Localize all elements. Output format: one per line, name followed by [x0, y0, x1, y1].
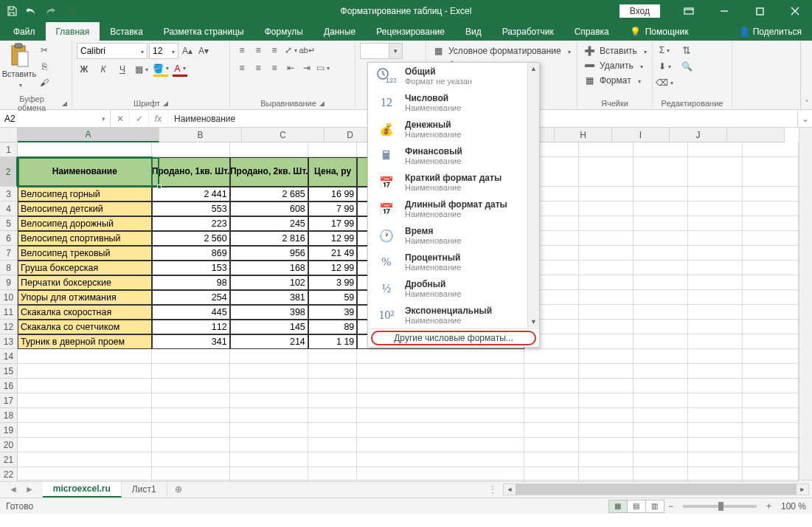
cell[interactable]: 153 [152, 261, 230, 275]
fx-icon[interactable]: fx [149, 110, 168, 127]
name-box[interactable]: A2▾ [0, 110, 111, 127]
cell[interactable] [308, 349, 357, 364]
cell[interactable] [308, 438, 357, 452]
tab-insert[interactable]: Вставка [100, 22, 153, 41]
cell[interactable] [579, 423, 634, 438]
number-format-option[interactable]: ½ДробныйНаименование [368, 275, 539, 302]
cell[interactable] [230, 379, 308, 393]
cell[interactable] [308, 423, 357, 438]
cell[interactable] [688, 408, 743, 423]
undo-icon[interactable] [25, 4, 37, 18]
cell[interactable] [688, 305, 743, 320]
cell[interactable] [18, 423, 152, 438]
tab-home[interactable]: Главная [46, 22, 100, 41]
cell[interactable] [634, 320, 688, 334]
cell[interactable] [18, 452, 152, 467]
cell[interactable]: 17 99 [308, 216, 358, 231]
cell[interactable]: 608 [230, 202, 308, 216]
cell[interactable] [357, 423, 524, 438]
cell[interactable] [634, 142, 688, 157]
row-header[interactable]: 9 [0, 275, 18, 290]
cell[interactable] [743, 142, 799, 157]
cell[interactable]: Велосипед спортивный [18, 231, 152, 246]
cell[interactable] [579, 334, 634, 349]
tab-formulas[interactable]: Формулы [254, 22, 313, 41]
cell[interactable] [688, 467, 743, 482]
row-header[interactable]: 1 [0, 142, 18, 157]
cut-icon[interactable]: ✂ [37, 43, 52, 58]
underline-button[interactable]: Ч [115, 62, 130, 77]
minimize-icon[interactable] [707, 0, 741, 22]
cell[interactable]: 59 [308, 290, 358, 305]
cell[interactable] [230, 393, 308, 408]
cell[interactable] [579, 349, 634, 364]
cell[interactable] [308, 142, 357, 157]
tab-nav-next-icon[interactable]: ► [25, 484, 34, 495]
tab-page-layout[interactable]: Разметка страницы [153, 22, 254, 41]
cell[interactable] [743, 408, 799, 423]
cell[interactable] [357, 438, 524, 452]
cell[interactable]: Велосипед дорожный [18, 216, 152, 231]
cell[interactable]: 21 49 [308, 246, 358, 261]
number-format-option[interactable]: 12ЧисловойНаименование [368, 89, 539, 116]
cell[interactable] [688, 261, 743, 275]
horizontal-scrollbar[interactable]: ◄► [503, 483, 809, 495]
cell[interactable] [579, 305, 634, 320]
cell[interactable] [357, 379, 524, 393]
border-icon[interactable]: ▦ [134, 62, 149, 77]
format-cells-button[interactable]: ▦Формат [582, 74, 642, 87]
cell[interactable] [634, 157, 688, 187]
cell[interactable]: 102 [230, 275, 308, 290]
cell[interactable]: 214 [230, 334, 308, 349]
cell[interactable] [524, 467, 579, 482]
align-left-icon[interactable]: ≡ [235, 61, 249, 75]
fill-icon[interactable]: ⬇ [657, 59, 672, 74]
cell[interactable] [18, 379, 152, 393]
cell[interactable] [308, 379, 357, 393]
cell[interactable] [230, 408, 308, 423]
cell[interactable] [688, 393, 743, 408]
more-number-formats-item[interactable]: Другие числовые форматы... [368, 328, 539, 347]
expand-formula-bar-icon[interactable]: ⌄ [797, 110, 812, 127]
column-header[interactable]: B [159, 128, 242, 142]
cell[interactable]: 39 [308, 305, 358, 320]
cell[interactable] [634, 231, 688, 246]
cell[interactable]: Наименование [18, 157, 152, 187]
cell[interactable] [688, 216, 743, 231]
number-format-option[interactable]: 123ОбщийФормат не указан [368, 63, 539, 89]
login-button[interactable]: Вход [620, 4, 660, 18]
cell[interactable] [152, 467, 230, 482]
row-header[interactable]: 10 [0, 290, 18, 305]
cell[interactable] [308, 408, 357, 423]
cell[interactable] [634, 334, 688, 349]
tab-view[interactable]: Вид [455, 22, 492, 41]
row-header[interactable]: 13 [0, 334, 18, 349]
font-size-select[interactable]: 12 [149, 43, 178, 59]
row-header[interactable]: 8 [0, 261, 18, 275]
cell[interactable] [579, 246, 634, 261]
cell[interactable]: 2 816 [230, 231, 308, 246]
select-all-corner[interactable] [0, 128, 18, 142]
enter-formula-icon[interactable]: ✓ [130, 110, 149, 127]
cell[interactable]: 7 99 [308, 202, 358, 216]
cell[interactable] [688, 246, 743, 261]
number-format-option[interactable]: %ПроцентныйНаименование [368, 249, 539, 275]
share-button[interactable]: 👤Поделиться [729, 22, 812, 41]
cell[interactable] [152, 423, 230, 438]
cell[interactable] [634, 349, 688, 364]
cell[interactable] [579, 379, 634, 393]
cell[interactable] [634, 187, 688, 202]
cell[interactable] [152, 408, 230, 423]
cell[interactable]: Турник в дверной проем [18, 334, 152, 349]
cell[interactable] [579, 364, 634, 379]
cell[interactable] [634, 261, 688, 275]
cell[interactable]: 254 [152, 290, 230, 305]
cell[interactable] [152, 349, 230, 364]
cell[interactable] [524, 452, 579, 467]
number-format-option[interactable]: 📅Длинный формат датыНаименование [368, 196, 539, 222]
collapse-ribbon-icon[interactable]: ˄ [800, 41, 812, 109]
cell[interactable]: 98 [152, 275, 230, 290]
row-header[interactable]: 5 [0, 216, 18, 231]
column-header[interactable]: I [612, 128, 670, 142]
tab-file[interactable]: Файл [3, 22, 46, 41]
